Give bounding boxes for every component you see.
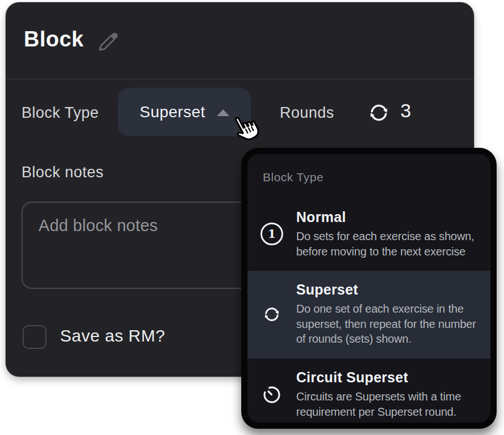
block-type-dropdown-menu: Block Type 1 Normal Do sets for each exe… (241, 148, 497, 429)
edit-pencil-icon[interactable] (95, 29, 122, 53)
option-title: Superset (296, 282, 485, 298)
repeat-icon (259, 304, 284, 325)
dropdown-header: Block Type (263, 170, 490, 184)
option-description: Circuits are Supersets with a time requi… (296, 389, 485, 419)
block-type-label: Block Type (22, 104, 99, 122)
save-rm-checkbox[interactable] (23, 325, 46, 349)
option-title: Circuit Superset (296, 369, 485, 386)
dropdown-option-circuit-superset[interactable]: Circuit Superset Circuits are Supersets … (247, 359, 490, 423)
header-divider (6, 79, 474, 79)
chevron-up-icon (217, 109, 229, 116)
dropdown-option-superset[interactable]: Superset Do one set of each exercise in … (247, 271, 490, 359)
option-title: Normal (296, 209, 485, 225)
block-type-dropdown-button[interactable]: Superset (118, 88, 251, 136)
circled-one-icon: 1 (259, 223, 284, 245)
option-description: Do sets for each exercise as shown, befo… (296, 229, 485, 259)
block-notes-label: Block notes (22, 164, 104, 181)
dropdown-option-normal[interactable]: 1 Normal Do sets for each exercise as sh… (247, 198, 490, 271)
option-description: Do one set of each exercise in the super… (296, 301, 485, 347)
repeat-icon (366, 100, 392, 126)
rounds-value[interactable]: 3 (400, 100, 411, 122)
timer-icon (259, 383, 284, 406)
rounds-label: Rounds (280, 104, 334, 122)
block-type-value: Superset (139, 103, 205, 121)
dropdown-menu-inner: Block Type 1 Normal Do sets for each exe… (247, 154, 490, 423)
page-title: Block (24, 27, 84, 52)
save-rm-label: Save as RM? (60, 326, 165, 346)
